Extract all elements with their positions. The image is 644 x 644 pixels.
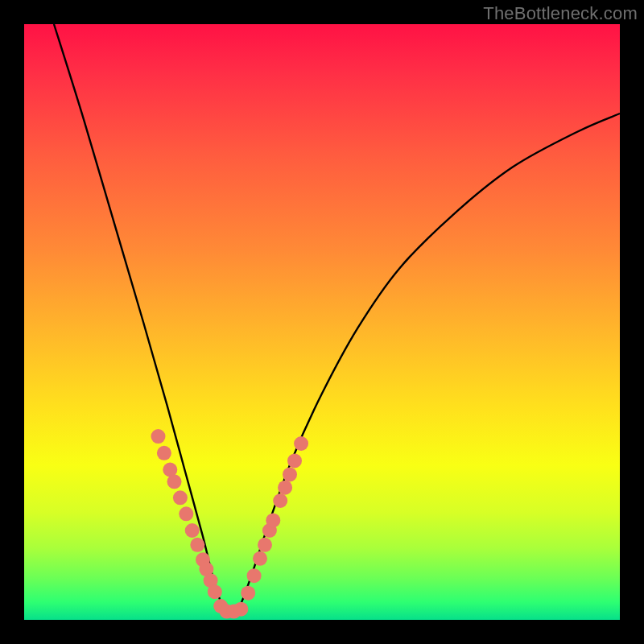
- curve-svg: [24, 24, 620, 620]
- highlight-dot: [258, 538, 272, 552]
- highlight-dot: [208, 584, 222, 599]
- highlight-dot: [247, 568, 262, 583]
- highlight-dot: [253, 551, 267, 566]
- highlight-dot: [173, 490, 188, 505]
- plot-area: [24, 24, 620, 620]
- highlight-dot: [179, 506, 193, 521]
- highlight-dot: [167, 474, 182, 489]
- highlight-dot: [233, 602, 248, 617]
- highlight-dot: [185, 523, 200, 538]
- highlight-dot: [278, 481, 292, 495]
- highlight-dot: [241, 586, 255, 601]
- highlight-dot: [283, 467, 297, 481]
- highlighted-points-group: [151, 429, 309, 619]
- chart-frame: TheBottleneck.com: [0, 0, 644, 644]
- highlight-dot: [294, 436, 308, 451]
- highlight-dot: [287, 453, 302, 468]
- bottleneck-curve: [54, 24, 620, 616]
- highlight-dot: [151, 429, 166, 444]
- highlight-dot: [157, 446, 171, 460]
- watermark-text: TheBottleneck.com: [483, 3, 638, 24]
- highlight-dot: [273, 493, 287, 508]
- highlight-dot: [266, 513, 280, 527]
- highlight-dot: [190, 538, 204, 552]
